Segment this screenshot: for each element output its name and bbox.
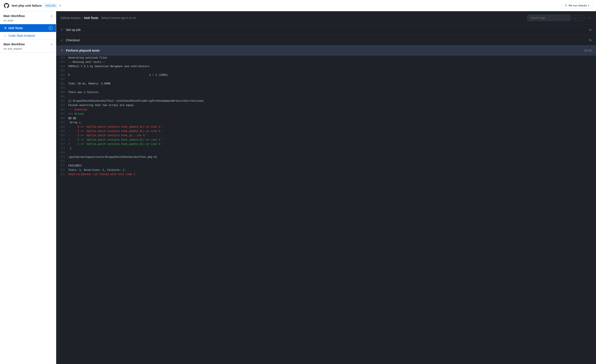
workflow-section-1: Main Workflow ∧ on: push ✕ Unit Tests i …: [0, 11, 56, 39]
line-number: 379: [56, 173, 68, 176]
line-content: Time: 20 ms, Memory: 4.00MB: [68, 82, 596, 86]
line-content: FAILURES!: [68, 164, 596, 168]
breadcrumb-prefix[interactable]: GitHub Actions: [60, 16, 81, 20]
line-content: 1) DrupalPatchCheckerUnitTest::testCheck…: [68, 99, 596, 103]
log-line: 376: [56, 159, 596, 164]
line-number: 375: [56, 155, 68, 159]
workflow-1-trigger: on: push: [0, 19, 56, 24]
chevron-down-icon[interactable]: ▾: [60, 4, 61, 7]
log-line: 361: [56, 95, 596, 99]
log-line: 364--- Expected: [56, 108, 596, 112]
line-content: Array (: [68, 121, 596, 124]
workflow-2-title: Main Workflow: [3, 43, 25, 46]
content-header: GitHub Actions / Unit Tests failing 8 mi…: [56, 11, 596, 25]
line-content: - 2 => 'myfile.patch contains hook_up...…: [68, 134, 596, 138]
line-number: 356: [56, 73, 68, 77]
log-line: 363Failed asserting that two arrays are …: [56, 103, 596, 108]
log-line: 367 Array (: [56, 120, 596, 125]
step-checkout[interactable]: ✓ Checkout 3s: [56, 35, 596, 45]
unit-tests-status-icon: ✕: [4, 26, 7, 30]
code-style-status-icon: ✓: [4, 34, 7, 37]
line-content: - 1 => 'myfile.patch contains hook_updat…: [68, 129, 596, 133]
commit-hash[interactable]: 6cb110e: [44, 3, 57, 8]
setup-job-label: Set up job: [66, 28, 81, 31]
rerun-checks-button[interactable]: ↻ Re-run checks ▾: [562, 2, 593, 9]
line-number: 365: [56, 112, 68, 116]
breadcrumb-separator: /: [82, 16, 83, 20]
workflow-2-trigger: on: pull_request: [0, 47, 56, 52]
log-line: 373 ): [56, 146, 596, 151]
github-logo-icon: [3, 3, 9, 9]
line-content: + 0 => 'myfile.patch contains hook_updat…: [68, 138, 596, 142]
log-line: 352Generating autoload files: [56, 56, 596, 60]
log-line: 372+ 1 => 'myfile.patch contains hook_up…: [56, 142, 596, 146]
line-content: Failed asserting that two arrays are equ…: [68, 103, 596, 107]
workflow-2-chevron-icon: ∨: [51, 43, 52, 46]
line-number: 376: [56, 160, 68, 163]
line-content: +++ Actual: [68, 112, 596, 116]
line-number: 361: [56, 95, 68, 99]
log-line: 353---Running unit tests---: [56, 60, 596, 64]
log-line: 369- 1 => 'myfile.patch contains hook_up…: [56, 129, 596, 133]
line-content: /github/workspace/tests/DrupalPatchCheck…: [68, 155, 596, 159]
log-line: 368- 0 => 'myfile.patch contains hook_up…: [56, 125, 596, 129]
sidebar: Main Workflow ∧ on: push ✕ Unit Tests i …: [0, 11, 56, 364]
line-number: 369: [56, 129, 68, 133]
rerun-dropdown-icon: ▾: [588, 4, 589, 7]
log-line: 375/github/workspace/tests/DrupalPatchCh…: [56, 155, 596, 159]
line-number: 359: [56, 86, 68, 90]
log-line: 378Tests: 1, Assertions: 1, Failures: 1.: [56, 168, 596, 172]
sidebar-item-unit-tests[interactable]: ✕ Unit Tests i: [0, 24, 56, 32]
workflow-2-header[interactable]: Main Workflow ∨: [0, 39, 56, 47]
line-content: There was 1 failure:: [68, 90, 596, 94]
log-line: 374: [56, 151, 596, 155]
workflow-1-header[interactable]: Main Workflow ∧: [0, 11, 56, 19]
line-content: - 0 => 'myfile.patch contains hook_updat…: [68, 125, 596, 129]
line-number: 377: [56, 164, 68, 168]
line-content: --- Expected: [68, 108, 596, 112]
log-line: 379##[error]Docker run failed with exit …: [56, 172, 596, 177]
line-number: 374: [56, 151, 68, 155]
log-area[interactable]: 352Generating autoload files353---Runnin…: [56, 56, 596, 364]
commit-title: test php unit failure: [12, 4, 42, 7]
line-content: F 1 / 1 (100%): [68, 73, 596, 77]
workflow-1-title: Main Workflow: [3, 14, 25, 18]
top-bar-left: test php unit failure 6cb110e ▾: [3, 3, 61, 9]
log-line: 355: [56, 69, 596, 73]
log-line: 365+++ Actual: [56, 112, 596, 116]
line-number: 352: [56, 56, 68, 60]
checkout-label: Checkout: [66, 38, 80, 42]
line-content: + 1 => 'myfile.patch contains hook_updat…: [68, 142, 596, 146]
log-line: 360There was 1 failure:: [56, 90, 596, 95]
step-setup-job[interactable]: ✓ Set up job 1s: [56, 25, 596, 35]
sidebar-item-code-style[interactable]: ✓ Code Style Analysis: [0, 32, 56, 39]
line-number: 363: [56, 103, 68, 107]
code-style-label: Code Style Analysis: [8, 34, 35, 37]
log-line: 357: [56, 77, 596, 82]
line-content: PHPUnit 7.5.1 by Sebastian Bergmann and …: [68, 65, 596, 68]
unit-tests-info-icon[interactable]: i: [49, 26, 52, 30]
line-content: @@ @@: [68, 116, 596, 120]
line-content: Generating autoload files: [68, 56, 596, 60]
line-number: 368: [56, 125, 68, 129]
search-logs-input[interactable]: [527, 15, 571, 21]
line-number: 371: [56, 138, 68, 142]
line-number: 372: [56, 142, 68, 146]
line-number: 358: [56, 82, 68, 86]
setup-job-time: 1s: [589, 28, 592, 31]
prev-nav-button[interactable]: ‹: [573, 15, 578, 21]
log-line: 356F 1 / 1 (100%): [56, 73, 596, 77]
workflow-section-2: Main Workflow ∨ on: pull_request: [0, 39, 56, 53]
setup-job-status-icon: ✓: [60, 28, 63, 32]
more-options-button[interactable]: ···: [587, 15, 592, 21]
line-content: ---Running unit tests---: [68, 60, 596, 64]
checkout-status-icon: ✓: [60, 38, 63, 42]
step-phpunit[interactable]: ✕ Perform phpunit tests 1m 0s: [56, 45, 596, 56]
checkout-time: 3s: [589, 38, 592, 42]
line-number: 366: [56, 116, 68, 120]
line-number: 360: [56, 90, 68, 94]
breadcrumb: GitHub Actions / Unit Tests failing 8 mi…: [60, 16, 136, 20]
next-nav-button[interactable]: ›: [580, 15, 585, 21]
log-line: 3621) DrupalPatchCheckerUnitTest::testCh…: [56, 99, 596, 103]
content-area: GitHub Actions / Unit Tests failing 8 mi…: [56, 11, 596, 364]
